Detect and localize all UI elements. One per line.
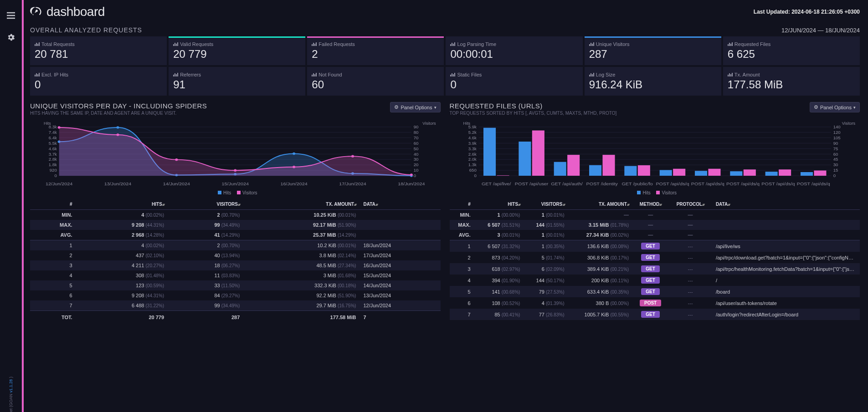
table-row[interactable]: 2437 (02.10%)40 (13.94%)3.8 MiB (02.14%)… bbox=[30, 250, 441, 260]
stat-label: Log Parsing Time bbox=[450, 41, 578, 47]
bar-chart-icon bbox=[589, 73, 594, 76]
panel-title: REQUESTED FILES (URLS) bbox=[450, 102, 617, 110]
svg-point-44 bbox=[293, 153, 295, 155]
svg-text:15/Jun/2024: 15/Jun/2024 bbox=[222, 182, 249, 186]
stat-row: MIN.1 (00.00%)1 (00.01%)——— bbox=[450, 210, 860, 220]
svg-point-50 bbox=[234, 169, 236, 172]
svg-text:3.7k: 3.7k bbox=[49, 152, 57, 156]
legend-visitors-swatch bbox=[656, 191, 660, 194]
table-row[interactable]: 785 (00.41%)77 (26.83%)1005.7 KiB (00.55… bbox=[450, 309, 860, 320]
header: dashboard Last Updated: 2024-06-18 21:26… bbox=[30, 5, 860, 23]
requests-table: #HITSVISITORSTX. AMOUNTMETHODPROTOCOLDAT… bbox=[450, 199, 860, 320]
stat-card: Excl. IP Hits0 bbox=[30, 67, 167, 96]
stat-row: MAX.9 208 (44.31%)99 (34.49%)92.17 MiB (… bbox=[30, 220, 441, 230]
svg-point-48 bbox=[116, 133, 119, 136]
bar-chart-icon bbox=[173, 42, 178, 46]
panel-subtitle: TOP REQUESTS SORTED BY HITS [, AVGTS, CU… bbox=[450, 111, 617, 116]
table-row[interactable]: 69 208 (44.31%)84 (29.27%)92.2 MiB (51.9… bbox=[30, 290, 441, 300]
panel-options-button[interactable]: ⚙ Panel Options bbox=[390, 102, 440, 112]
panel-options-button[interactable]: ⚙ Panel Options bbox=[810, 102, 860, 112]
column-header[interactable]: DATA bbox=[712, 199, 860, 210]
svg-rect-110 bbox=[708, 169, 720, 176]
table-row[interactable]: 14 (00.02%)2 (00.70%)10.2 KiB (00.01%)18… bbox=[30, 240, 441, 251]
svg-rect-112 bbox=[779, 169, 791, 176]
svg-text:4.6k: 4.6k bbox=[49, 147, 57, 151]
column-header[interactable]: VISITORS bbox=[168, 199, 243, 210]
panel-title: UNIQUE VISITORS PER DAY - INCLUDING SPID… bbox=[30, 102, 207, 110]
column-header[interactable]: METHOD bbox=[632, 199, 668, 210]
column-header[interactable]: VISITORS bbox=[524, 199, 568, 210]
table-row[interactable]: 5141 (00.68%)79 (27.53%)633.4 KiB (00.35… bbox=[450, 286, 860, 297]
requests-chart: Hits Visitors 06501.3k2.0k2.6k3.3k3.9k4.… bbox=[450, 121, 860, 189]
svg-rect-111 bbox=[743, 169, 755, 176]
svg-text:POST /api/ds/q: POST /api/ds/q bbox=[761, 182, 795, 186]
column-header[interactable]: TX. AMOUNT bbox=[568, 199, 632, 210]
svg-text:0: 0 bbox=[833, 174, 835, 178]
column-header[interactable]: TX. AMOUNT bbox=[243, 199, 360, 210]
stat-value: 20 779 bbox=[173, 48, 301, 61]
stat-label: Not Found bbox=[312, 72, 439, 77]
visitors-table: #HITSVISITORSTX. AMOUNTDATA MIN.4 (00.02… bbox=[30, 199, 441, 322]
table-row[interactable]: 2873 (04.20%)5 (01.74%)306.8 KiB (00.17%… bbox=[450, 252, 860, 263]
svg-text:70: 70 bbox=[414, 136, 419, 140]
stat-value: 0 bbox=[35, 78, 162, 91]
svg-text:30: 30 bbox=[414, 158, 419, 162]
last-updated: Last Updated: 2024-06-18 21:26:05 +0300 bbox=[754, 9, 860, 15]
table-row[interactable]: 4394 (01.90%)144 (50.17%)200 KiB (00.11%… bbox=[450, 275, 860, 286]
svg-text:POST /identity: POST /identity bbox=[586, 182, 618, 186]
method-badge: GET bbox=[641, 265, 660, 272]
stat-value: 0 bbox=[450, 78, 578, 91]
brand: dashboard bbox=[30, 5, 105, 19]
stat-card: Referrers91 bbox=[169, 67, 305, 96]
table-row[interactable]: 3618 (02.97%)6 (02.09%)389.4 KiB (00.21%… bbox=[450, 263, 860, 275]
stat-card: Requested Files6 625 bbox=[723, 36, 860, 65]
settings-icon[interactable] bbox=[5, 31, 17, 44]
left-rail: by GoAccess v1.9.2 and GWSocket (GOAN v1… bbox=[0, 0, 22, 412]
svg-point-41 bbox=[116, 126, 119, 128]
svg-rect-95 bbox=[519, 142, 531, 176]
table-row[interactable]: 5123 (00.59%)33 (11.50%)332.3 KiB (00.18… bbox=[30, 280, 441, 290]
column-header[interactable]: HITS bbox=[474, 199, 524, 210]
column-header[interactable]: # bbox=[30, 199, 76, 210]
svg-text:GET /api/live/: GET /api/live/ bbox=[481, 182, 511, 186]
table-row[interactable]: 4308 (01.48%)11 (03.83%)3 MiB (01.68%)15… bbox=[30, 270, 441, 280]
svg-rect-94 bbox=[483, 128, 496, 176]
svg-text:5.2k: 5.2k bbox=[468, 130, 477, 134]
table-row[interactable]: 34 211 (20.27%)18 (06.27%)48.5 MiB (27.3… bbox=[30, 260, 441, 270]
svg-text:5.5k: 5.5k bbox=[49, 141, 57, 145]
chart-legend: Hits Visitors bbox=[30, 190, 441, 195]
svg-text:105: 105 bbox=[833, 136, 840, 140]
stat-value: 00:00:01 bbox=[450, 48, 578, 61]
svg-text:140: 140 bbox=[833, 125, 840, 129]
svg-rect-105 bbox=[532, 131, 544, 176]
stat-label: Static Files bbox=[450, 72, 578, 77]
method-badge: GET bbox=[641, 277, 660, 284]
table-row[interactable]: 76 488 (31.22%)99 (34.49%)29.7 MiB (16.7… bbox=[30, 300, 441, 311]
column-header[interactable]: HITS bbox=[76, 199, 168, 210]
svg-text:POST /api/user: POST /api/user bbox=[514, 182, 548, 186]
svg-rect-96 bbox=[554, 162, 566, 176]
svg-text:0: 0 bbox=[54, 174, 56, 178]
column-header[interactable]: # bbox=[450, 199, 474, 210]
svg-text:920: 920 bbox=[50, 168, 57, 173]
svg-text:30: 30 bbox=[833, 163, 838, 167]
menu-icon[interactable] bbox=[5, 9, 17, 22]
stat-card: Total Requests20 781 bbox=[30, 36, 167, 65]
svg-text:3.3k: 3.3k bbox=[468, 147, 477, 151]
column-header[interactable]: DATA bbox=[360, 199, 440, 210]
svg-text:60: 60 bbox=[833, 152, 838, 156]
svg-text:0: 0 bbox=[474, 174, 476, 178]
svg-text:40: 40 bbox=[414, 152, 419, 156]
gauge-icon bbox=[30, 5, 43, 18]
stat-row: AVG.2 968 (14.28%)41 (14.29%)25.37 MiB (… bbox=[30, 230, 441, 240]
table-row[interactable]: 6108 (00.52%)4 (01.39%)380 B (00.00%)POS… bbox=[450, 297, 860, 309]
table-row[interactable]: 16 507 (31.32%)1 (00.35%)136.6 KiB (00.0… bbox=[450, 240, 860, 252]
column-header[interactable]: PROTOCOL bbox=[668, 199, 712, 210]
svg-text:POST /api/ds/q: POST /api/ds/q bbox=[726, 182, 760, 186]
method-badge: GET bbox=[641, 254, 660, 261]
svg-text:120: 120 bbox=[833, 130, 840, 134]
stat-label: Referrers bbox=[173, 72, 301, 77]
stat-row: MIN.4 (00.02%)2 (00.70%)10.25 KiB (00.01… bbox=[30, 210, 441, 220]
stat-card: Valid Requests20 779 bbox=[169, 36, 305, 65]
bar-chart-icon bbox=[728, 42, 733, 46]
